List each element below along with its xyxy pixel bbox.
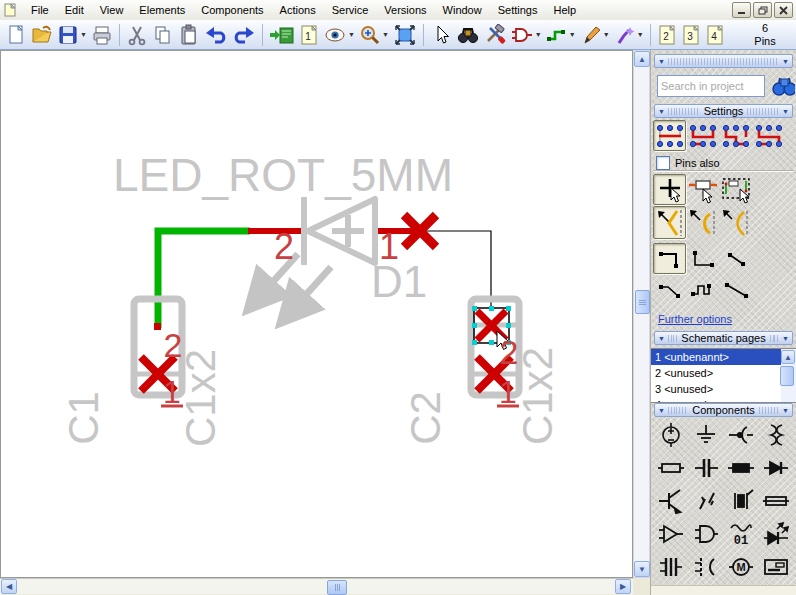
- page-2-button[interactable]: 2: [655, 22, 679, 48]
- single-select-tool-button[interactable]: [653, 174, 686, 205]
- component-voltage-source[interactable]: [653, 418, 688, 451]
- menu-help[interactable]: Help: [545, 2, 584, 18]
- arc-mode-1-button[interactable]: [653, 206, 686, 239]
- pcb-view-button[interactable]: [267, 22, 297, 48]
- menu-elements[interactable]: Elements: [131, 2, 193, 18]
- component-dropdown-arrow[interactable]: ▼: [535, 31, 542, 38]
- scroll-down-button[interactable]: ▼: [634, 561, 650, 577]
- line-style-6-button[interactable]: [719, 274, 752, 305]
- search-button[interactable]: [454, 22, 482, 48]
- menu-file[interactable]: File: [23, 2, 57, 18]
- component-ground[interactable]: [688, 418, 723, 451]
- minimize-button[interactable]: [732, 2, 751, 18]
- component-smd-resistor[interactable]: [723, 451, 758, 484]
- search-input[interactable]: [657, 75, 765, 97]
- line-style-3-button[interactable]: [719, 243, 752, 274]
- line-style-5-button[interactable]: [686, 274, 719, 305]
- menu-actions[interactable]: Actions: [272, 2, 324, 18]
- scroll-left-button[interactable]: ◀: [1, 579, 17, 594]
- arc-mode-2-button[interactable]: [686, 206, 719, 239]
- page-list-item-2[interactable]: 2 <unused>: [651, 365, 796, 381]
- pages-scroll-up-button[interactable]: ▲: [781, 350, 795, 364]
- menu-versions[interactable]: Versions: [376, 2, 434, 18]
- view-dropdown-arrow[interactable]: ▼: [348, 31, 355, 38]
- scroll-right-button[interactable]: ▶: [615, 579, 631, 594]
- wire-tool-button[interactable]: ▼: [544, 22, 578, 48]
- wand-tool-button[interactable]: ▼: [612, 22, 646, 48]
- view-options-button[interactable]: ▼: [321, 22, 357, 48]
- pins-also-checkbox[interactable]: [656, 156, 670, 170]
- component-transistor[interactable]: [653, 484, 688, 517]
- page-4-button[interactable]: 4: [703, 22, 727, 48]
- menu-service[interactable]: Service: [324, 2, 377, 18]
- component-pin-header[interactable]: [653, 550, 688, 583]
- wire-mode-2-button[interactable]: [686, 120, 719, 151]
- horizontal-scrollbar[interactable]: ◀ ▶: [0, 578, 633, 594]
- component-plug-connector[interactable]: [723, 418, 758, 451]
- pages-scroll-thumb[interactable]: [780, 366, 794, 386]
- line-style-4-button[interactable]: [653, 274, 686, 305]
- component-crystal[interactable]: [723, 484, 758, 517]
- redo-button[interactable]: [230, 22, 258, 48]
- menu-edit[interactable]: Edit: [57, 2, 92, 18]
- connector-c2[interactable]: 2 1 C2 C1x2: [402, 299, 561, 445]
- page-list-item-1[interactable]: 1 <unbenannt>: [651, 349, 796, 365]
- wire-mode-1-button[interactable]: [653, 120, 686, 151]
- component-led[interactable]: [758, 517, 793, 550]
- menu-view[interactable]: View: [92, 2, 132, 18]
- page-list-item-3[interactable]: 3 <unused>: [651, 381, 796, 397]
- page-1-button[interactable]: 1: [297, 22, 321, 48]
- new-button[interactable]: [3, 22, 29, 48]
- pages-list-scrollbar[interactable]: ▲: [781, 349, 796, 402]
- wire-mode-3-button[interactable]: [719, 120, 752, 151]
- print-button[interactable]: [89, 22, 115, 48]
- cut-button[interactable]: [124, 22, 150, 48]
- open-button[interactable]: [29, 22, 55, 48]
- search-binoculars-icon[interactable]: [771, 74, 795, 98]
- horizontal-scroll-thumb[interactable]: [327, 580, 347, 595]
- tools-button[interactable]: [482, 22, 508, 48]
- draw-dropdown-arrow[interactable]: ▼: [603, 31, 610, 38]
- arc-mode-3-button[interactable]: [719, 206, 752, 239]
- component-signal-generator[interactable]: 01: [723, 517, 758, 550]
- wand-dropdown-arrow[interactable]: ▼: [637, 31, 644, 38]
- component-logic-gate[interactable]: [688, 517, 723, 550]
- connector-c1[interactable]: 2 1 C1 C1x2: [60, 299, 224, 447]
- component-diode[interactable]: [758, 451, 793, 484]
- line-style-1-button[interactable]: [653, 243, 686, 274]
- save-dropdown-arrow[interactable]: ▼: [80, 31, 87, 38]
- wire-green[interactable]: [158, 231, 250, 328]
- led-symbol[interactable]: [304, 197, 375, 265]
- menu-settings[interactable]: Settings: [490, 2, 546, 18]
- further-options-link[interactable]: Further options: [658, 313, 732, 325]
- menu-components[interactable]: Components: [193, 2, 271, 18]
- undo-button[interactable]: [202, 22, 230, 48]
- component-select-tool-button[interactable]: [686, 174, 719, 205]
- restore-button[interactable]: [753, 2, 772, 18]
- collapsed-section-bar[interactable]: ▼ ▼: [654, 54, 793, 68]
- component-ic-socket[interactable]: [688, 550, 723, 583]
- copy-button[interactable]: [150, 22, 176, 48]
- zoom-fit-button[interactable]: [391, 22, 419, 48]
- schematic-canvas[interactable]: LED_ROT_5MM 2 1 D1: [0, 50, 633, 578]
- draw-tool-button[interactable]: ▼: [578, 22, 612, 48]
- menu-window[interactable]: Window: [435, 2, 490, 18]
- schematic-pages-section-header[interactable]: ▼ Schematic pages ▼: [654, 331, 793, 345]
- paste-button[interactable]: [176, 22, 202, 48]
- save-button[interactable]: ▼: [55, 22, 89, 48]
- zoom-button[interactable]: ▼: [357, 22, 391, 48]
- page-3-button[interactable]: 3: [679, 22, 703, 48]
- scroll-up-button[interactable]: ▲: [634, 51, 650, 67]
- group-select-tool-button[interactable]: [719, 174, 752, 205]
- pointer-tool-button[interactable]: [428, 22, 454, 48]
- component-transformer-coil[interactable]: [758, 418, 793, 451]
- component-resistor[interactable]: [653, 451, 688, 484]
- vertical-scrollbar[interactable]: ▲ ▼: [633, 50, 650, 578]
- zoom-dropdown-arrow[interactable]: ▼: [382, 31, 389, 38]
- wire-dropdown-arrow[interactable]: ▼: [569, 31, 576, 38]
- settings-section-header[interactable]: ▼ Settings ▼: [654, 104, 793, 118]
- component-buffer-amp[interactable]: [653, 517, 688, 550]
- components-section-header[interactable]: ▼ Components ▼: [654, 403, 793, 417]
- component-display[interactable]: [758, 550, 793, 583]
- line-style-2-button[interactable]: [686, 243, 719, 274]
